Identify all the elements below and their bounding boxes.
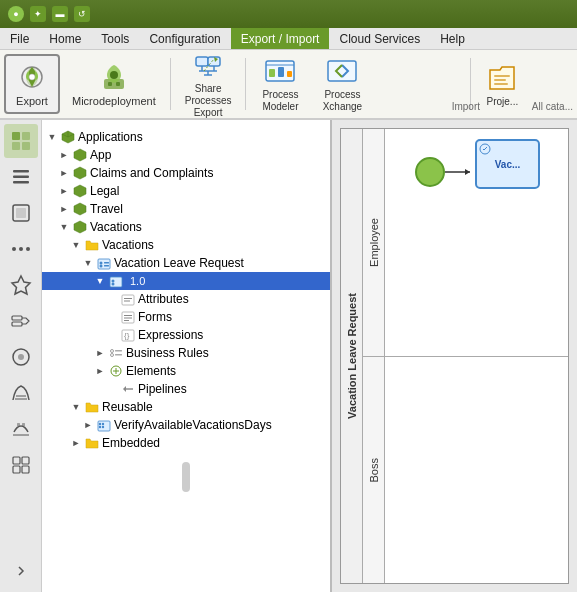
expander-embedded[interactable]: ► — [70, 437, 82, 449]
tree-node-applications[interactable]: ▼ Applications — [42, 128, 330, 146]
tree-node-reusable[interactable]: ▼ Reusable — [42, 398, 330, 416]
tree-node-embedded[interactable]: ► Embedded — [42, 434, 330, 452]
sidebar-nav-10[interactable] — [4, 448, 38, 482]
tree-node-vacations-app[interactable]: ▼ Vacations — [42, 218, 330, 236]
sidebar-nav-4[interactable] — [4, 232, 38, 266]
tree-node-forms[interactable]: Forms — [42, 308, 330, 326]
tree-node-attributes[interactable]: Attributes — [42, 290, 330, 308]
svg-rect-38 — [13, 466, 20, 473]
sidebar-nav-expand[interactable] — [4, 554, 38, 588]
task-vac[interactable]: Vac... — [475, 139, 540, 189]
elements-icon — [108, 363, 124, 379]
svg-point-27 — [19, 247, 23, 251]
label-business-rules: Business Rules — [126, 346, 209, 360]
export-button[interactable]: Export — [4, 54, 60, 114]
microdeployment-button[interactable]: Microdeployment — [62, 54, 166, 114]
label-expressions: Expressions — [138, 328, 203, 342]
svg-rect-35 — [22, 423, 25, 426]
expander-vacation-leave-request[interactable]: ▼ — [82, 257, 94, 269]
expander-reusable[interactable]: ▼ — [70, 401, 82, 413]
expander-app[interactable]: ► — [58, 149, 70, 161]
menu-configuration[interactable]: Configuration — [139, 28, 230, 49]
version-icon-v10 — [108, 273, 124, 289]
expander-business-rules[interactable]: ► — [94, 347, 106, 359]
process-icon-vacation-leave — [96, 255, 112, 271]
expander-expressions[interactable] — [106, 329, 118, 341]
expander-forms[interactable] — [106, 311, 118, 323]
sidebar-nav-7[interactable] — [4, 340, 38, 374]
cube-icon-app — [72, 147, 88, 163]
expander-vacations-app[interactable]: ▼ — [58, 221, 70, 233]
svg-point-47 — [112, 283, 115, 286]
share-processes-button[interactable]: ShareProcessesExport — [175, 54, 242, 114]
cube-icon-applications — [60, 129, 76, 145]
svg-rect-34 — [17, 423, 20, 426]
tree-node-legal[interactable]: ► Legal — [42, 182, 330, 200]
tree-node-vacation-leave-request[interactable]: ▼ Vacation Leave Request — [42, 254, 330, 272]
sidebar-nav-3[interactable] — [4, 196, 38, 230]
svg-rect-37 — [22, 457, 29, 464]
allcat-label-container: All cata... — [532, 54, 573, 114]
svg-rect-17 — [12, 132, 20, 140]
menu-home[interactable]: Home — [39, 28, 91, 49]
expander-vacations-folder[interactable]: ▼ — [70, 239, 82, 251]
menu-help[interactable]: Help — [430, 28, 475, 49]
process-xchange-button[interactable]: ProcessXchange — [312, 54, 372, 114]
expander-v10[interactable]: ▼ — [94, 275, 106, 287]
expand-arrow-icon[interactable] — [4, 554, 38, 588]
svg-rect-14 — [494, 75, 510, 77]
sidebar-nav-6[interactable] — [4, 304, 38, 338]
expander-verify-vacations[interactable]: ► — [82, 419, 94, 431]
tree-node-pipelines[interactable]: Pipelines — [42, 380, 330, 398]
sidebar-nav-5[interactable] — [4, 268, 38, 302]
tree-node-business-rules[interactable]: ► Business Rules — [42, 344, 330, 362]
process-xchange-icon — [326, 55, 358, 87]
svg-rect-54 — [124, 320, 129, 321]
folder-icon-embedded — [84, 435, 100, 451]
lane-boss-content — [385, 357, 568, 584]
sidebar-nav-8[interactable] — [4, 376, 38, 410]
label-elements: Elements — [126, 364, 176, 378]
svg-rect-15 — [494, 79, 506, 81]
tree-scrollbar[interactable] — [182, 462, 190, 492]
expander-elements[interactable]: ► — [94, 365, 106, 377]
expander-claims[interactable]: ► — [58, 167, 70, 179]
menu-export-import[interactable]: Export / Import — [231, 28, 330, 49]
tree-node-v10[interactable]: ▼ 1.0 — [42, 272, 330, 290]
app-icon-3: ▬ — [52, 6, 68, 22]
sidebar-nav-9[interactable] — [4, 412, 38, 446]
svg-rect-60 — [115, 354, 122, 356]
expander-applications[interactable]: ▼ — [46, 131, 58, 143]
sidebar-nav-2[interactable] — [4, 160, 38, 194]
expander-legal[interactable]: ► — [58, 185, 70, 197]
menu-file[interactable]: File — [0, 28, 39, 49]
tree-node-app[interactable]: ► App — [42, 146, 330, 164]
tree-node-verify-vacations[interactable]: ► VerifyAvailableVacationsDays — [42, 416, 330, 434]
tree-node-elements[interactable]: ► Elements — [42, 362, 330, 380]
cube-icon-claims — [72, 165, 88, 181]
tree-node-claims[interactable]: ► Claims and Complaints — [42, 164, 330, 182]
expander-attributes[interactable] — [106, 293, 118, 305]
expander-travel[interactable]: ► — [58, 203, 70, 215]
menu-cloud-services[interactable]: Cloud Services — [329, 28, 430, 49]
microdeployment-icon — [98, 61, 130, 93]
menu-tools[interactable]: Tools — [91, 28, 139, 49]
project-button[interactable]: Proje... — [475, 54, 530, 114]
svg-rect-12 — [287, 71, 292, 77]
label-forms: Forms — [138, 310, 172, 324]
start-event[interactable] — [415, 157, 445, 187]
process-modeler-button[interactable]: ProcessModeler — [250, 54, 310, 114]
label-pipelines: Pipelines — [138, 382, 187, 396]
svg-rect-53 — [124, 318, 132, 319]
label-applications: Applications — [78, 130, 143, 144]
sidebar-nav-1[interactable] — [4, 124, 38, 158]
label-embedded: Embedded — [102, 436, 160, 450]
task-type-icon — [479, 143, 491, 157]
expander-pipelines[interactable] — [106, 383, 118, 395]
tree-node-expressions[interactable]: {} Expressions — [42, 326, 330, 344]
pool-label: Vacation Leave Request — [346, 293, 358, 419]
svg-point-64 — [99, 423, 101, 425]
tree-node-travel[interactable]: ► Travel — [42, 200, 330, 218]
svg-point-3 — [110, 71, 118, 79]
tree-node-vacations-folder[interactable]: ▼ Vacations — [42, 236, 330, 254]
